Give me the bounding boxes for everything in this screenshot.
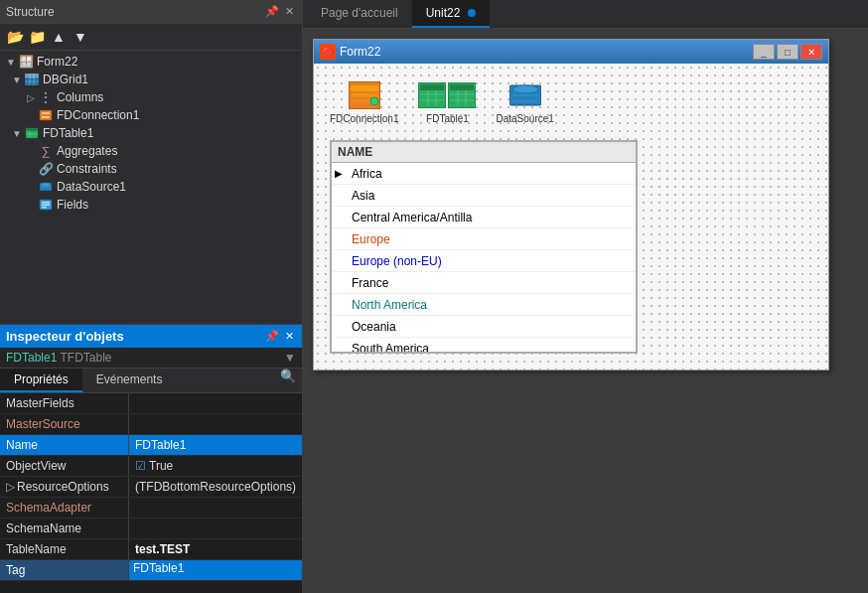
component-fdconnection1[interactable]: FDConnection1 <box>330 79 398 124</box>
row-indicator-europe-noneu <box>332 259 346 263</box>
grid-cell-oceania: Oceania <box>346 318 636 336</box>
form-minimize-btn[interactable]: _ <box>753 44 775 60</box>
grid-cell-asia: Asia <box>346 187 636 205</box>
inspector-dropdown-icon[interactable]: ▼ <box>284 351 296 365</box>
tree-item-dbgrid1[interactable]: ▼ DBGrid1 <box>0 71 302 88</box>
tab-unit22[interactable]: Unit22 <box>412 0 490 28</box>
form-close-btn[interactable]: ✕ <box>800 44 822 60</box>
prop-row-objectview[interactable]: ObjectView ☑True <box>0 456 302 477</box>
structure-toolbar: 📂 📁 ▲ ▼ <box>0 24 302 51</box>
tree-item-fdconnection1[interactable]: FDConnection1 <box>0 106 302 124</box>
inspector-header-icons: 📌 ✕ <box>263 329 296 344</box>
structure-tree: ▼ 🪟 Form22 ▼ <box>0 51 302 324</box>
tree-item-datasource1-tree[interactable]: DataSource1 <box>0 178 302 196</box>
prop-row-resourceoptions[interactable]: ▷ResourceOptions (TFDBottomResourceOptio… <box>0 477 302 498</box>
prop-row-schemaadapter[interactable]: SchemaAdapter <box>0 498 302 519</box>
fdconnection1-icon <box>349 79 380 111</box>
close-icon[interactable]: ✕ <box>283 4 296 19</box>
objectview-checkbox[interactable]: ☑ <box>135 459 146 473</box>
expand-columns: ▷ <box>24 92 38 103</box>
svg-rect-21 <box>351 85 378 91</box>
svg-rect-5 <box>25 74 39 77</box>
form-window: 🔴 Form22 _ □ ✕ <box>313 39 829 371</box>
prop-row-tag[interactable]: Tag FDTable1 <box>0 560 302 581</box>
arrow-down-icon[interactable]: ▼ <box>72 28 89 46</box>
aggregate-icon: ∑ <box>38 143 54 159</box>
grid-row-oceania[interactable]: Oceania <box>332 316 636 338</box>
fdtable-icon <box>24 125 40 141</box>
prop-value-tablename: test.TEST <box>129 539 302 559</box>
component-fdtable1[interactable]: FDTable1 <box>418 79 476 124</box>
tree-item-constraints[interactable]: 🔗 Constraints <box>0 160 302 178</box>
properties-table: MasterFields MasterSource Name FDTable1 … <box>0 393 302 593</box>
form-titlebar: 🔴 Form22 _ □ ✕ <box>314 40 828 64</box>
grid-row-africa[interactable]: ▶ Africa <box>332 163 636 185</box>
grid-row-asia[interactable]: Asia <box>332 185 636 207</box>
grid-row-europe-noneu[interactable]: Europe (non-EU) <box>332 250 636 272</box>
tree-item-columns[interactable]: ▷ ⋮ Columns <box>0 88 302 106</box>
form-maximize-btn[interactable]: □ <box>777 44 798 60</box>
pin-icon[interactable]: 📌 <box>263 4 281 19</box>
inspector-search-icon[interactable]: 🔍 <box>280 369 296 392</box>
inspector-panel: Inspecteur d'objets 📌 ✕ FDTable1 TFDTabl… <box>0 325 302 593</box>
grid-header: NAME <box>332 142 636 163</box>
grid-scroll[interactable]: ▶ Africa Asia Central Americ <box>332 163 636 352</box>
datasource1-label: DataSource1 <box>496 113 553 124</box>
prop-value-masterfields <box>129 393 302 413</box>
tree-label-fdtable1: FDTable1 <box>43 126 93 140</box>
row-indicator-france <box>332 281 346 285</box>
svg-rect-6 <box>40 110 52 120</box>
grid-table: NAME ▶ Africa Asia <box>330 140 638 354</box>
expand-form22: ▼ <box>4 57 18 68</box>
prop-name-schemaadapter: SchemaAdapter <box>0 498 129 518</box>
svg-rect-26 <box>420 84 444 90</box>
tab-proprietes[interactable]: Propriétés <box>0 369 82 392</box>
tab-evenements[interactable]: Evénements <box>82 369 177 392</box>
svg-point-24 <box>370 97 378 105</box>
prop-name-mastersource: MasterSource <box>0 414 129 434</box>
grid-cell-central-america: Central America/Antilla <box>346 209 636 226</box>
prop-row-schemaname[interactable]: SchemaName <box>0 519 302 539</box>
grid-row-north-america[interactable]: North America <box>332 294 636 316</box>
tree-item-form22[interactable]: ▼ 🪟 Form22 <box>0 53 302 71</box>
tab-bar: Page d'accueil Unit22 <box>303 0 868 29</box>
inspector-obj-name: FDTable1 <box>6 351 57 365</box>
inspector-pin-icon[interactable]: 📌 <box>263 329 281 344</box>
row-indicator-north-america <box>332 303 346 307</box>
grid-row-south-america[interactable]: South America <box>332 338 636 352</box>
tree-item-fields[interactable]: Fields <box>0 196 302 214</box>
prop-name-tablename: TableName <box>0 539 129 559</box>
grid-cell-south-america: South America <box>346 340 636 353</box>
right-panel: Page d'accueil Unit22 🔴 Form22 _ □ <box>303 0 868 593</box>
arrow-up-icon[interactable]: ▲ <box>50 28 68 46</box>
inspector-close-icon[interactable]: ✕ <box>283 329 296 344</box>
prop-value-mastersource <box>129 414 302 434</box>
row-indicator-south-america <box>332 347 346 351</box>
tree-item-aggregates[interactable]: ∑ Aggregates <box>0 142 302 160</box>
prop-row-masterfields[interactable]: MasterFields <box>0 393 302 414</box>
grid-row-france[interactable]: France <box>332 272 636 294</box>
svg-rect-22 <box>351 93 378 97</box>
open-folder-icon[interactable]: 📂 <box>6 28 24 46</box>
prop-name-name: Name <box>0 435 129 455</box>
grid-row-europe[interactable]: Europe <box>332 228 636 250</box>
prop-row-name[interactable]: Name FDTable1 <box>0 435 302 456</box>
tab-page-accueil[interactable]: Page d'accueil <box>307 0 412 28</box>
prop-value-objectview: ☑True <box>129 456 302 476</box>
fields-icon <box>38 197 54 213</box>
grid-row-central-america[interactable]: Central America/Antilla <box>332 207 636 228</box>
row-indicator-central <box>332 216 346 220</box>
form-titlebar-left: 🔴 Form22 <box>320 44 380 60</box>
prop-value-tag: FDTable1 <box>129 560 302 580</box>
grid-cell-north-america: North America <box>346 296 636 314</box>
prop-name-resourceoptions: ▷ResourceOptions <box>0 477 129 497</box>
svg-rect-8 <box>42 116 50 118</box>
tree-label-dbgrid1: DBGrid1 <box>43 73 88 86</box>
folder-icon[interactable]: 📁 <box>28 28 46 46</box>
left-panel: Structure 📌 ✕ 📂 📁 ▲ ▼ ▼ 🪟 Form22 <box>0 0 303 593</box>
inspector-subtitle: FDTable1 TFDTable ▼ <box>0 348 302 369</box>
prop-row-tablename[interactable]: TableName test.TEST <box>0 539 302 560</box>
tree-item-fdtable1[interactable]: ▼ FDTable1 <box>0 124 302 142</box>
prop-row-mastersource[interactable]: MasterSource <box>0 414 302 435</box>
component-datasource1[interactable]: DataSource1 <box>496 79 553 124</box>
